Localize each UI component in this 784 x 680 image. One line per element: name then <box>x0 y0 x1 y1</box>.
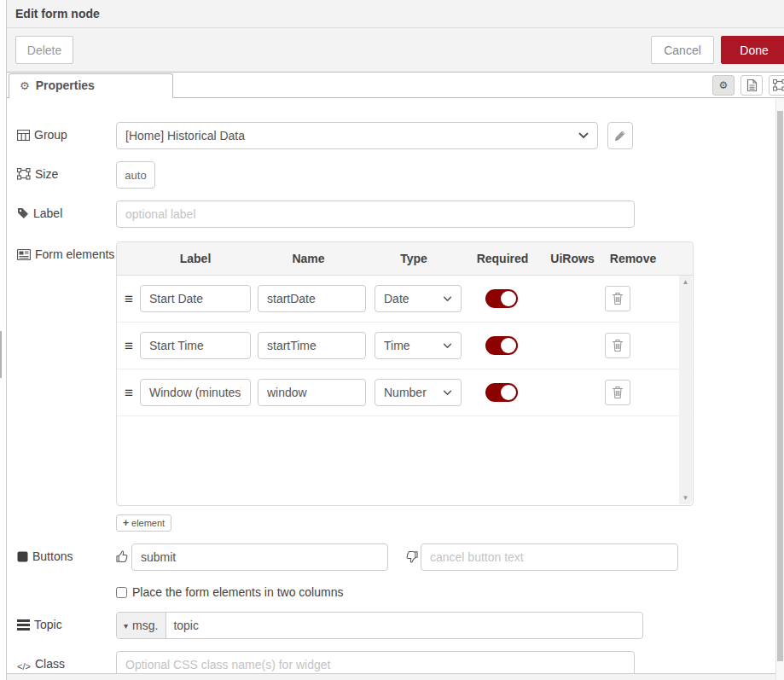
add-element-label: element <box>131 518 165 528</box>
document-icon <box>746 78 758 92</box>
two-columns-checkbox[interactable] <box>116 587 127 598</box>
delete-button[interactable]: Delete <box>15 36 73 64</box>
dialog-header: Edit form node <box>7 0 784 28</box>
tray-resize-grip[interactable] <box>0 331 2 378</box>
size-button[interactable]: auto <box>116 161 155 189</box>
drag-handle-icon[interactable]: ≡ <box>125 292 140 306</box>
col-header-required: Required <box>462 252 543 265</box>
element-name-input[interactable] <box>258 332 366 359</box>
table-scrollbar[interactable]: ▲ ▼ <box>679 276 692 504</box>
tab-properties[interactable]: ⚙Properties <box>9 73 173 98</box>
node-settings-button[interactable]: ⚙ <box>712 75 735 96</box>
cancel-button-text-input[interactable] <box>421 543 678 571</box>
plus-icon: + <box>123 517 129 529</box>
form-elements-body: ≡ Date ≡ Ti <box>117 276 693 505</box>
remove-element-button[interactable] <box>605 286 630 311</box>
chevron-down-icon <box>443 390 452 396</box>
remove-element-button[interactable] <box>605 333 630 358</box>
newspaper-icon <box>17 249 31 260</box>
element-type-select[interactable]: Date <box>375 285 462 312</box>
dialog-footer <box>7 673 784 680</box>
label-input[interactable] <box>116 201 635 228</box>
element-label-input[interactable] <box>140 285 251 312</box>
class-label: </>Class <box>17 651 116 674</box>
element-label-input[interactable] <box>140 379 251 406</box>
table-icon <box>17 130 30 141</box>
toggle-knob <box>501 338 516 353</box>
drag-handle-icon[interactable]: ≡ <box>125 386 140 400</box>
col-header-type: Type <box>366 252 462 265</box>
form-elements-label: Form elements <box>17 241 116 262</box>
properties-panel: Group [Home] Historical Data <box>7 97 775 680</box>
form-elements-row: Form elements Label Name Type Required U… <box>17 241 775 506</box>
dialog-toolbar: Delete Cancel Done <box>7 28 784 73</box>
thumbs-up-icon <box>116 543 131 563</box>
two-columns-row: Place the form elements in two columns <box>116 585 775 599</box>
tasks-icon <box>17 619 30 631</box>
topic-value[interactable]: topic <box>166 613 642 638</box>
topic-type-label: msg. <box>132 619 158 632</box>
label-row: Label <box>17 201 775 228</box>
col-header-uirows: UiRows <box>543 252 601 265</box>
object-group-icon <box>773 79 784 91</box>
col-header-label: Label <box>140 252 251 265</box>
edit-group-button[interactable] <box>607 122 633 149</box>
group-row: Group [Home] Historical Data <box>17 122 775 149</box>
required-toggle[interactable] <box>485 336 518 355</box>
node-appearance-button[interactable] <box>769 75 784 96</box>
two-columns-label: Place the form elements in two columns <box>132 585 343 599</box>
trash-icon <box>612 339 624 352</box>
trash-icon <box>612 292 624 305</box>
main-scrollbar[interactable] <box>775 98 784 680</box>
add-element-button[interactable]: +element <box>116 514 171 532</box>
caret-down-icon: ▾ <box>124 621 128 631</box>
tab-properties-label: Properties <box>36 78 95 92</box>
scroll-up-icon[interactable]: ▲ <box>682 276 689 288</box>
element-type-select[interactable]: Time <box>375 332 462 359</box>
drag-handle-icon[interactable]: ≡ <box>125 339 140 353</box>
square-icon <box>17 551 28 562</box>
cancel-button[interactable]: Cancel <box>651 36 714 64</box>
main-scrollbar-thumb[interactable] <box>777 111 783 661</box>
label-label: Label <box>17 201 116 221</box>
buttons-row: Buttons <box>17 543 775 571</box>
submit-button-text-input[interactable] <box>131 543 388 571</box>
done-button[interactable]: Done <box>721 36 784 64</box>
group-select[interactable]: [Home] Historical Data <box>116 122 598 149</box>
topic-row: Topic ▾ msg. topic <box>17 612 775 639</box>
required-toggle[interactable] <box>485 383 518 402</box>
required-toggle[interactable] <box>485 289 518 308</box>
trash-icon <box>612 386 624 399</box>
element-name-input[interactable] <box>258 379 366 406</box>
group-label: Group <box>17 122 116 142</box>
element-type-value: Time <box>384 339 443 352</box>
tab-bar: ⚙Properties ⚙ <box>7 73 784 98</box>
toggle-knob <box>501 385 516 400</box>
scroll-down-icon[interactable]: ▼ <box>682 491 689 504</box>
topic-type-button[interactable]: ▾ msg. <box>117 613 166 638</box>
code-icon: </> <box>17 660 31 674</box>
chevron-down-icon <box>443 343 452 349</box>
tag-icon <box>17 207 29 219</box>
form-element-row: ≡ Number <box>117 369 693 416</box>
element-label-input[interactable] <box>140 332 251 359</box>
chevron-down-icon <box>443 296 452 302</box>
element-name-input[interactable] <box>258 285 366 312</box>
gear-icon: ⚙ <box>719 79 729 91</box>
buttons-label: Buttons <box>17 543 116 564</box>
object-group-icon <box>17 168 31 180</box>
group-select-value: [Home] Historical Data <box>125 129 578 142</box>
element-type-value: Number <box>384 386 443 399</box>
node-description-button[interactable] <box>740 75 763 96</box>
form-elements-header: Label Name Type Required UiRows Remove <box>117 242 693 276</box>
gear-icon: ⚙ <box>20 79 30 92</box>
pencil-icon <box>614 130 626 142</box>
col-header-remove: Remove <box>601 252 665 265</box>
topic-typed-input[interactable]: ▾ msg. topic <box>116 612 643 639</box>
col-header-name: Name <box>251 252 366 265</box>
element-type-select[interactable]: Number <box>375 379 462 406</box>
remove-element-button[interactable] <box>605 380 630 405</box>
topic-label: Topic <box>17 612 116 632</box>
toggle-knob <box>501 291 516 306</box>
dialog-title: Edit form node <box>7 0 784 20</box>
